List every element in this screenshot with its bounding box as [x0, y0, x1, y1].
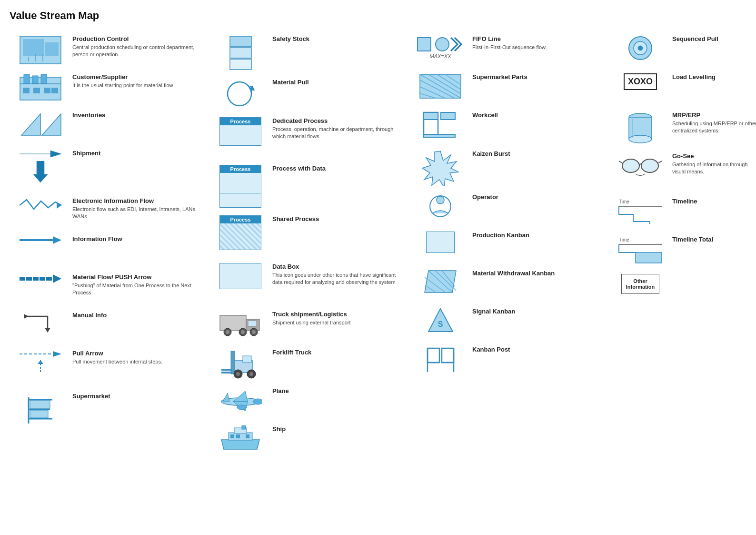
svg-rect-86 [441, 112, 455, 120]
item-material-withdrawal: Material Withdrawal Kanban [409, 266, 609, 304]
svg-marker-66 [223, 393, 229, 402]
item-truck-shipment: Truck shipment/Logistics Shipment using … [209, 307, 409, 345]
signal-kanban-text: Signal Kanban [472, 308, 605, 316]
svg-rect-40 [230, 48, 251, 58]
item-material-flow: Material Flow/ PUSH Arrow "Pushing" of M… [10, 270, 209, 308]
plane-text: Plane [272, 387, 405, 396]
item-timeline: Time Timeline [609, 194, 756, 232]
item-production-kanban: Production Kanban [409, 228, 609, 266]
item-load-levelling: XOXO Load Levelling [609, 70, 756, 108]
material-flow-icon [14, 273, 67, 284]
svg-rect-11 [23, 88, 30, 93]
svg-rect-13 [44, 88, 50, 93]
svg-point-52 [252, 330, 256, 334]
process-with-data-text: Process with Data [272, 165, 405, 173]
forklift-text: Forklift Truck [272, 349, 405, 357]
electronic-info-flow-icon [14, 197, 67, 214]
supermarket-text: Supermarket [72, 393, 205, 401]
svg-marker-32 [38, 360, 43, 364]
item-customer-supplier: Customer/Supplier It is the usual starti… [10, 70, 209, 108]
material-withdrawal-kanban-icon [414, 270, 467, 293]
svg-rect-120 [636, 252, 662, 263]
svg-point-112 [622, 159, 639, 172]
operator-text: Operator [472, 193, 605, 202]
svg-marker-15 [21, 114, 40, 135]
svg-marker-88 [422, 151, 458, 186]
item-shipment: Shipment [10, 146, 209, 193]
svg-rect-24 [40, 277, 45, 281]
svg-line-114 [619, 161, 622, 163]
svg-rect-1 [23, 39, 44, 56]
mrp-erp-icon [614, 111, 666, 145]
plane-icon [214, 387, 267, 414]
item-supermarket-parts: Supermarket Parts [409, 70, 609, 108]
svg-rect-74 [418, 38, 431, 51]
item-production-control: Production Control Central production sc… [10, 31, 209, 70]
svg-rect-72 [236, 434, 240, 438]
kaizen-burst-icon [414, 150, 467, 186]
item-manual-info: Manual Info [10, 308, 209, 346]
truck-shipment-icon [214, 311, 267, 337]
item-timeline-total: Time Timeline Total [609, 232, 756, 270]
svg-rect-70 [242, 425, 246, 429]
svg-rect-25 [46, 277, 52, 281]
load-levelling-icon: XOXO [614, 73, 666, 90]
item-sequenced-pull: Sequenced Pull [609, 31, 756, 70]
item-forklift-truck: Forklift Truck [209, 345, 409, 384]
data-box-icon [214, 263, 267, 289]
item-material-pull: Material Pull [209, 75, 409, 113]
item-mrp-erp: MRP/ERP Scheduling using MRP/ERP or othe… [609, 108, 756, 149]
safety-stock-icon [214, 35, 267, 71]
item-kaizen-burst: Kaizen Burst [409, 146, 609, 190]
safety-stock-text: Safety Stock [272, 35, 405, 44]
pull-arrow-icon [14, 350, 67, 374]
electronic-info-flow-text: Electronic Information Flow Electronic f… [72, 197, 205, 221]
svg-line-115 [658, 161, 662, 163]
item-information-flow: Information Flow [10, 232, 209, 270]
item-fifo-line: MAX=XX FIFO Line First-In-First-Out sequ… [409, 31, 609, 70]
mrp-erp-text: MRP/ERP Scheduling using MRP/ERP or othe… [672, 111, 756, 135]
svg-marker-30 [53, 351, 61, 357]
item-plane: Plane [209, 384, 409, 422]
ship-text: Ship [272, 425, 405, 434]
fifo-line-text: FIFO Line First-In-First-Out sequence fl… [472, 35, 605, 51]
main-grid: Production Control Central production sc… [10, 31, 746, 460]
svg-marker-28 [24, 314, 29, 319]
go-see-icon [614, 152, 666, 179]
svg-rect-71 [230, 434, 234, 438]
svg-rect-14 [51, 88, 58, 93]
svg-text:Time: Time [619, 199, 629, 204]
dedicated-process-icon: Process [214, 117, 267, 146]
shipment-icon [14, 150, 67, 182]
svg-text:Time: Time [619, 237, 629, 242]
sequenced-pull-text: Sequenced Pull [672, 35, 756, 44]
svg-rect-7 [24, 74, 30, 84]
svg-point-50 [241, 330, 245, 334]
truck-shipment-text: Truck shipment/Logistics Shipment using … [272, 311, 405, 326]
svg-rect-61 [243, 356, 251, 363]
svg-point-42 [228, 82, 251, 106]
supermarket-parts-icon [414, 73, 467, 100]
item-process-with-data: Process Process with Data [209, 161, 409, 212]
inventories-text: Inventories [72, 111, 205, 120]
svg-rect-23 [33, 277, 39, 281]
item-operator: Operator [409, 190, 609, 228]
production-control-icon [14, 35, 67, 65]
timeline-text: Timeline [672, 198, 756, 206]
item-kanban-post: Kanban Post [409, 342, 609, 381]
sequenced-pull-icon [614, 35, 666, 61]
svg-rect-9 [41, 74, 47, 84]
information-flow-icon [14, 235, 67, 245]
item-other-information: Other Information [609, 270, 756, 308]
svg-marker-27 [45, 328, 50, 333]
ship-icon [214, 425, 267, 452]
material-pull-icon [214, 79, 267, 110]
shared-process-icon: Process [214, 215, 267, 250]
svg-rect-85 [424, 112, 438, 120]
svg-rect-56 [221, 372, 232, 373]
item-signal-kanban: S Signal Kanban [409, 304, 609, 342]
svg-point-60 [249, 372, 253, 376]
page-title: Value Stream Map [10, 10, 746, 22]
svg-marker-20 [20, 236, 61, 244]
svg-marker-17 [20, 151, 61, 157]
